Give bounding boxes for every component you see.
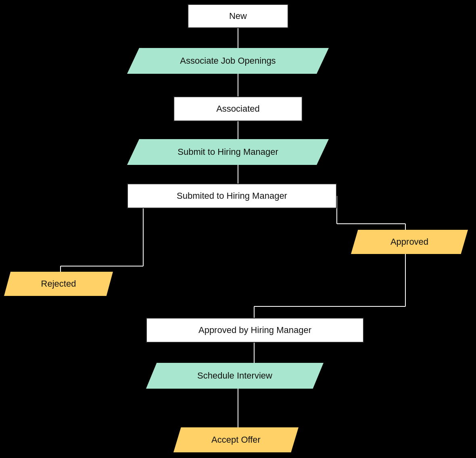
diagram-container: NewAssociate Job OpeningsAssociatedSubmi… (0, 0, 476, 458)
associate-job-openings: Associate Job Openings (127, 48, 329, 74)
accept-offer: Accept Offer (173, 427, 299, 452)
rejected: Rejected (4, 272, 113, 296)
approved-by-hiring-manager: Approved by Hiring Manager (146, 318, 364, 343)
submitted-hiring-manager: Submited to Hiring Manager (127, 183, 337, 208)
new: New (188, 4, 288, 28)
submit-hiring-manager: Submit to Hiring Manager (127, 139, 329, 165)
associated: Associated (173, 96, 303, 121)
approved: Approved (351, 230, 468, 254)
schedule-interview: Schedule Interview (146, 363, 324, 389)
